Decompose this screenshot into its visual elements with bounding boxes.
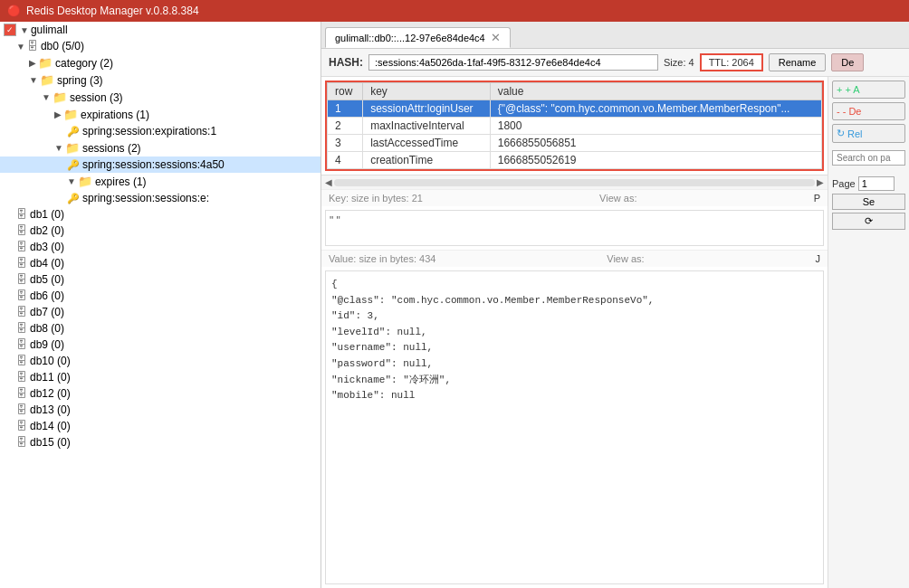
sidebar-item-db4[interactable]: 🗄db4 (0) [0, 255, 321, 271]
sidebar: ▼ gulimall ▼ 🗄 db0 (5/0) ▶ 📁 category (2… [0, 22, 321, 588]
tab-close-button[interactable]: ✕ [491, 31, 501, 44]
ttl-label: TTL: 2064 [709, 57, 754, 68]
sidebar-item-db2[interactable]: 🗄db2 (0) [0, 223, 321, 239]
value-info-bar: Value: size in bytes: 434 View as: J [321, 250, 828, 267]
page-input[interactable] [858, 176, 895, 191]
key-icon-exp: 🔑 [67, 126, 80, 138]
db-icon-3: 🗄 [16, 241, 27, 253]
sidebar-item-db1[interactable]: 🗄db1 (0) [0, 206, 321, 223]
sidebar-label-db12: db12 (0) [30, 387, 71, 400]
sidebar-item-expires-key[interactable]: 🔑 spring:session:sessions:e: [0, 190, 321, 206]
horizontal-scrollbar[interactable]: ◀ ▶ [321, 175, 828, 189]
table-cell-row: 1 [328, 100, 363, 118]
sidebar-item-sessions[interactable]: ▼ 📁 sessions (2) [0, 139, 321, 156]
add-row-label: + A [845, 84, 859, 95]
col-key: key [363, 83, 491, 100]
sidebar-label-db6: db6 (0) [30, 289, 64, 302]
sidebar-item-session[interactable]: ▼ 📁 session (3) [0, 89, 321, 106]
checkbox-gulimall[interactable] [4, 24, 16, 36]
arrow-category: ▶ [29, 58, 36, 68]
scroll-track[interactable] [334, 179, 815, 186]
sidebar-item-db8[interactable]: 🗄db8 (0) [0, 320, 321, 337]
sidebar-item-db5[interactable]: 🗄db5 (0) [0, 271, 321, 288]
scroll-right-btn[interactable]: ▶ [815, 177, 826, 187]
sidebar-label-db1: db1 (0) [30, 208, 64, 221]
tab-bar: gulimall::db0::...12-97e6e84de4c4 ✕ [321, 22, 909, 49]
sidebar-item-db3[interactable]: 🗄db3 (0) [0, 239, 321, 255]
sidebar-label-db9: db9 (0) [30, 338, 64, 351]
sidebar-item-expirations[interactable]: ▶ 📁 expirations (1) [0, 106, 321, 123]
sidebar-item-gulimall[interactable]: ▼ gulimall [0, 22, 321, 38]
sidebar-item-db11[interactable]: 🗄db11 (0) [0, 369, 321, 385]
arrow-session: ▼ [42, 92, 51, 102]
active-tab[interactable]: gulimall::db0::...12-97e6e84de4c4 ✕ [325, 27, 511, 48]
arrow-db0: ▼ [16, 42, 25, 52]
table-cell-row: 2 [328, 118, 363, 135]
right-panel: gulimall::db0::...12-97e6e84de4c4 ✕ HASH… [321, 22, 909, 588]
delete-row-button[interactable]: - - De [832, 102, 905, 120]
table-row[interactable]: 3lastAccessedTime1666855056851 [328, 135, 822, 152]
sidebar-item-exp-key[interactable]: 🔑 spring:session:expirations:1 [0, 123, 321, 139]
refresh-label: Rel [847, 128, 863, 139]
sidebar-item-category[interactable]: ▶ 📁 category (2) [0, 54, 321, 71]
sidebar-item-db12[interactable]: 🗄db12 (0) [0, 385, 321, 402]
sidebar-item-db15[interactable]: 🗄db15 (0) [0, 434, 321, 450]
delete-button[interactable]: De [831, 53, 864, 71]
sidebar-item-db14[interactable]: 🗄db14 (0) [0, 418, 321, 434]
col-row: row [328, 83, 363, 100]
refresh-small-button[interactable]: ⟳ [832, 213, 905, 230]
col-value: value [490, 83, 821, 100]
arrow-expires: ▼ [67, 176, 76, 186]
arrow-spring: ▼ [29, 75, 38, 85]
add-row-button[interactable]: + + A [832, 81, 905, 99]
sidebar-item-sessions-key[interactable]: 🔑 spring:session:sessions:4a50 [0, 156, 321, 173]
folder-icon-spring: 📁 [40, 73, 54, 87]
table-row[interactable]: 2maxInactiveInterval1800 [328, 118, 822, 135]
table-row[interactable]: 4creationTime1666855052619 [328, 152, 822, 169]
page-row: Page [832, 176, 905, 191]
sidebar-label-db11: db11 (0) [30, 371, 71, 384]
sidebar-item-db9[interactable]: 🗄db9 (0) [0, 337, 321, 353]
db-icon-4: 🗄 [16, 257, 27, 270]
table-cell-value: {"@class": "com.hyc.common.vo.Member.Mem… [490, 100, 821, 118]
folder-icon-expires: 📁 [78, 175, 92, 188]
table-row[interactable]: 1sessionAttr:loginUser{"@class": "com.hy… [328, 100, 822, 118]
sidebar-item-db13[interactable]: 🗄db13 (0) [0, 402, 321, 418]
sidebar-item-db0[interactable]: ▼ 🗄 db0 (5/0) [0, 38, 321, 54]
search-box [832, 150, 905, 166]
json-line: "password": null, [331, 356, 818, 373]
sidebar-item-db7[interactable]: 🗄db7 (0) [0, 304, 321, 320]
app-icon: 🔴 [7, 5, 21, 17]
sidebar-item-spring[interactable]: ▼ 📁 spring (3) [0, 71, 321, 89]
sidebar-label-db3: db3 (0) [30, 241, 64, 253]
db-icon-11: 🗄 [16, 371, 27, 384]
sidebar-label-db7: db7 (0) [30, 306, 64, 318]
sidebar-label-gulimall: gulimall [31, 24, 68, 36]
action-sidebar: + + A - - De ↻ Rel Page [828, 77, 909, 588]
folder-icon-expirations: 📁 [63, 108, 78, 121]
hash-value-input[interactable] [368, 54, 658, 71]
json-line: "levelId": null, [331, 325, 818, 341]
sidebar-label-db0: db0 (5/0) [41, 40, 84, 52]
arrow-sessions: ▼ [54, 143, 63, 153]
sidebar-item-db10[interactable]: 🗄db10 (0) [0, 353, 321, 369]
json-line: "mobile": null [331, 388, 818, 404]
page-label: Page [832, 178, 856, 189]
sidebar-label-db8: db8 (0) [30, 322, 64, 335]
search-input[interactable] [832, 150, 905, 166]
search-go-button[interactable]: Se [832, 194, 905, 210]
refresh-button[interactable]: ↻ Rel [832, 124, 905, 143]
table-cell-row: 3 [328, 135, 363, 152]
db-icon-2: 🗄 [16, 224, 27, 237]
view-as-key-value[interactable]: P [814, 193, 820, 204]
hash-label: HASH: [329, 56, 363, 69]
rename-button[interactable]: Rename [769, 53, 827, 71]
sidebar-item-expires[interactable]: ▼ 📁 expires (1) [0, 173, 321, 190]
view-as-value-value[interactable]: J [815, 253, 820, 264]
db-icon-10: 🗄 [16, 355, 27, 367]
sidebar-item-db6[interactable]: 🗄db6 (0) [0, 288, 321, 304]
folder-icon-category: 📁 [38, 56, 53, 70]
table-cell-value: 1800 [490, 118, 821, 135]
app-title: Redis Desktop Manager v.0.8.8.384 [26, 5, 199, 17]
scroll-left-btn[interactable]: ◀ [323, 177, 334, 187]
